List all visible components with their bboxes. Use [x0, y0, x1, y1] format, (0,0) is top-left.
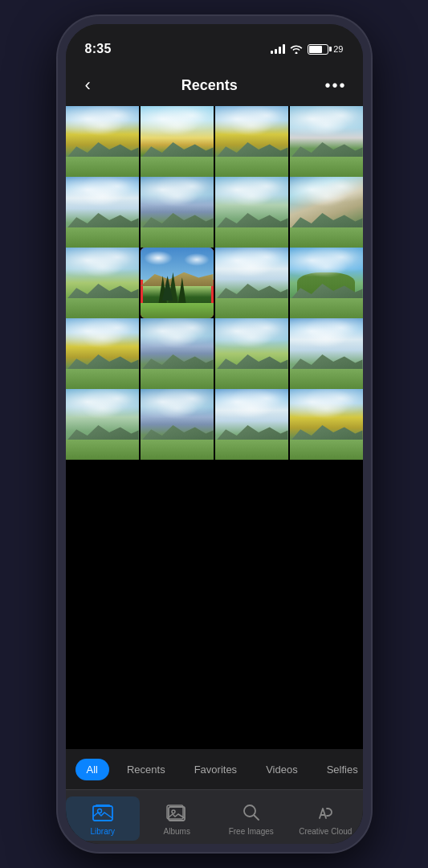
photo-cell[interactable] — [215, 106, 288, 177]
filter-tabs: All Recents Favorites Videos Selfies — [66, 749, 363, 789]
free-images-label: Free Images — [229, 827, 274, 836]
photo-cell[interactable] — [141, 106, 214, 177]
filter-tab-all[interactable]: All — [75, 759, 109, 780]
filter-tab-videos[interactable]: Videos — [255, 759, 309, 780]
library-label: Library — [90, 827, 115, 836]
grid-row-1 — [66, 106, 363, 177]
bottom-nav-creative-cloud[interactable]: Creative Cloud — [288, 796, 363, 841]
photo-cell[interactable] — [215, 177, 288, 248]
battery-icon — [308, 44, 328, 55]
status-bar: 8:35 29 — [66, 24, 363, 64]
back-button[interactable]: ‹ — [82, 72, 94, 99]
svg-point-5 — [172, 810, 175, 813]
svg-line-7 — [254, 816, 259, 821]
photo-cell[interactable] — [141, 318, 214, 389]
grid-row-4 — [66, 318, 363, 389]
phone-frame: 8:35 29 ‹ Recents ••• — [58, 16, 371, 852]
signal-icon — [271, 44, 285, 54]
photo-cell[interactable] — [290, 318, 363, 389]
search-icon — [240, 801, 263, 824]
svg-rect-1 — [96, 805, 110, 806]
nav-title: Recents — [181, 77, 238, 94]
photo-cell[interactable] — [141, 389, 214, 460]
photo-cell[interactable] — [215, 248, 288, 318]
photo-cell[interactable] — [66, 106, 139, 177]
grid-row-5 — [66, 389, 363, 460]
filter-tab-favorites[interactable]: Favorites — [183, 759, 248, 780]
photo-grid-container — [66, 106, 363, 749]
photo-cell[interactable] — [290, 248, 363, 318]
nav-bar: ‹ Recents ••• — [66, 64, 363, 106]
battery-level: 29 — [333, 44, 343, 54]
albums-icon — [165, 801, 188, 824]
photo-cell[interactable] — [215, 318, 288, 389]
grid-row-3 — [66, 248, 363, 318]
grid-row-2 — [66, 177, 363, 248]
photo-cell[interactable] — [215, 389, 288, 460]
bottom-nav: Library Albums Free Images — [66, 789, 363, 852]
status-time: 8:35 — [85, 42, 112, 56]
photo-cell[interactable] — [66, 177, 139, 248]
photo-cell-highlighted[interactable] — [141, 248, 214, 318]
more-button[interactable]: ••• — [324, 76, 346, 95]
photo-cell[interactable] — [66, 389, 139, 460]
bottom-nav-albums[interactable]: Albums — [140, 796, 214, 841]
albums-label: Albums — [164, 827, 190, 836]
photo-cell[interactable] — [290, 389, 363, 460]
filter-tab-selfies[interactable]: Selfies — [316, 759, 363, 780]
filter-tab-recents[interactable]: Recents — [116, 759, 177, 780]
bottom-nav-free-images[interactable]: Free Images — [214, 796, 289, 841]
bottom-nav-library[interactable]: Library — [66, 796, 141, 841]
photo-cell[interactable] — [66, 318, 139, 389]
creative-cloud-label: Creative Cloud — [299, 827, 352, 836]
photo-cell[interactable] — [66, 248, 139, 318]
photo-cell[interactable] — [290, 177, 363, 248]
wifi-icon — [290, 44, 303, 54]
photo-cell[interactable] — [141, 177, 214, 248]
library-icon — [92, 801, 114, 824]
creative-cloud-icon — [314, 801, 336, 824]
status-icons: 29 — [271, 44, 343, 55]
photo-cell[interactable] — [290, 106, 363, 177]
